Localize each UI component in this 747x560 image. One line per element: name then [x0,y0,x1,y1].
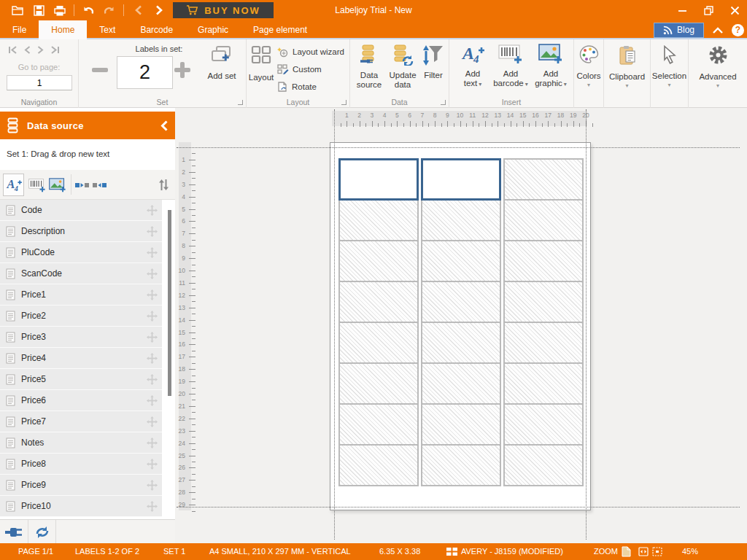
drag-handle-icon[interactable] [147,247,158,258]
data-source-button[interactable]: Data source [353,44,385,90]
advanced-button[interactable]: Advanced [689,45,747,89]
add-barcode-button[interactable]: Add barcode [492,44,530,89]
label-cell-r3-c2[interactable] [421,240,501,282]
status-template[interactable]: AVERY - J8159 (MODIFIED) [461,543,563,560]
drag-handle-icon[interactable] [147,205,158,216]
blog-button[interactable]: Blog [654,23,704,38]
new-barcode-field-button[interactable] [26,174,47,196]
field-row-price7[interactable]: Price7 [0,411,162,432]
label-cell-r2-c1[interactable] [338,199,419,241]
clipboard-button[interactable]: Clipboard [604,45,650,89]
print-button[interactable] [53,3,67,18]
field-row-price10[interactable]: Price10 [0,496,162,517]
restore-button[interactable] [700,2,716,18]
first-page-icon[interactable] [8,46,18,54]
drag-handle-icon[interactable] [147,374,158,385]
field-row-price4[interactable]: Price4 [0,348,162,369]
drag-handle-icon[interactable] [147,480,158,491]
field-list-scrollbar[interactable] [168,210,171,396]
field-row-price3[interactable]: Price3 [0,327,162,348]
connect-data-button[interactable] [0,520,28,544]
new-graphic-field-button[interactable] [47,174,68,196]
label-cell-r1-c2[interactable] [421,158,501,201]
zoom-fit-width-button[interactable] [638,543,649,560]
buy-now-button[interactable]: BUY NOW [173,2,274,18]
last-page-icon[interactable] [50,46,60,54]
add-text-button[interactable]: A4 Add text [455,44,490,89]
tab-page-element[interactable]: Page element [241,20,320,39]
decrease-labels-button[interactable] [92,68,108,72]
drag-handle-icon[interactable] [147,438,158,448]
label-cell-r1-c1[interactable] [338,158,419,201]
label-cell-r1-c3[interactable] [503,158,584,201]
drag-handle-icon[interactable] [147,268,158,279]
merge-next-button[interactable] [73,174,90,196]
drag-handle-icon[interactable] [147,289,158,300]
prev-page-icon[interactable] [24,46,31,54]
help-button[interactable]: ? [732,24,744,36]
drag-handle-icon[interactable] [147,226,158,237]
label-cell-r3-c3[interactable] [503,240,584,282]
label-cell-r4-c2[interactable] [421,281,501,323]
labels-in-set-value[interactable]: 2 [117,56,173,89]
new-text-field-button[interactable]: A4 [3,174,24,196]
label-cell-r2-c2[interactable] [421,199,501,241]
label-cell-r6-c2[interactable] [421,362,501,405]
field-row-scancode[interactable]: ScanCode [0,263,162,284]
rotate-button[interactable]: Rotate [277,80,317,93]
back-button[interactable] [131,3,145,18]
zoom-fit-selection-button[interactable] [652,543,662,560]
add-graphic-button[interactable]: Add graphic [532,44,570,89]
label-cell-r4-c3[interactable] [503,281,584,323]
field-row-price2[interactable]: Price2 [0,306,162,327]
goto-page-input[interactable] [7,75,72,90]
field-row-notes[interactable]: Notes [0,432,162,454]
increase-labels-button[interactable] [174,62,190,78]
drag-handle-icon[interactable] [147,395,158,406]
drag-handle-icon[interactable] [147,416,158,427]
filter-button[interactable]: Filter [420,44,446,80]
collapse-panel-icon[interactable] [160,120,168,131]
drag-handle-icon[interactable] [147,353,158,364]
drag-handle-icon[interactable] [147,311,158,322]
tab-file[interactable]: File [0,20,39,39]
sort-fields-button[interactable] [155,174,172,196]
zoom-page-button[interactable] [622,543,631,560]
design-canvas[interactable]: 1234567891011121314151617181920 12345678… [175,108,747,543]
field-row-price5[interactable]: Price5 [0,369,162,390]
label-cell-r8-c2[interactable] [421,444,501,486]
tab-graphic[interactable]: Graphic [185,20,241,39]
collapse-ribbon-button[interactable] [713,27,723,34]
field-row-price9[interactable]: Price9 [0,475,162,496]
field-row-price1[interactable]: Price1 [0,284,162,306]
field-row-description[interactable]: Description [0,221,162,242]
label-cell-r7-c1[interactable] [338,403,419,446]
layout-wizard-button[interactable]: Layout wizard [277,45,344,58]
undo-button[interactable] [81,3,96,18]
label-cell-r5-c2[interactable] [421,322,501,364]
label-cell-r3-c1[interactable] [338,240,419,282]
field-row-code[interactable]: Code [0,200,162,221]
custom-layout-button[interactable]: Custom [277,63,322,76]
refresh-data-button[interactable] [28,520,55,544]
label-cell-r6-c1[interactable] [338,362,419,405]
minimize-button[interactable] [674,2,690,18]
redo-button[interactable] [102,3,117,18]
label-cell-r7-c2[interactable] [421,403,501,446]
tab-text[interactable]: Text [87,20,128,39]
label-cell-r8-c1[interactable] [338,444,419,486]
merge-prev-button[interactable] [90,174,108,196]
label-cell-r2-c3[interactable] [503,199,584,241]
add-set-button[interactable]: Add set [201,45,242,101]
save-button[interactable] [31,3,46,18]
forward-button[interactable] [152,3,166,18]
field-row-plucode[interactable]: PluCode [0,242,162,263]
layout-button[interactable]: Layout [248,45,274,98]
label-cell-r7-c3[interactable] [503,403,584,446]
label-cell-r6-c3[interactable] [503,362,584,405]
drag-handle-icon[interactable] [147,501,158,512]
tab-barcode[interactable]: Barcode [128,20,185,39]
colors-button[interactable]: Colors [574,45,603,88]
drag-handle-icon[interactable] [147,459,158,470]
label-cell-r5-c1[interactable] [338,322,419,364]
